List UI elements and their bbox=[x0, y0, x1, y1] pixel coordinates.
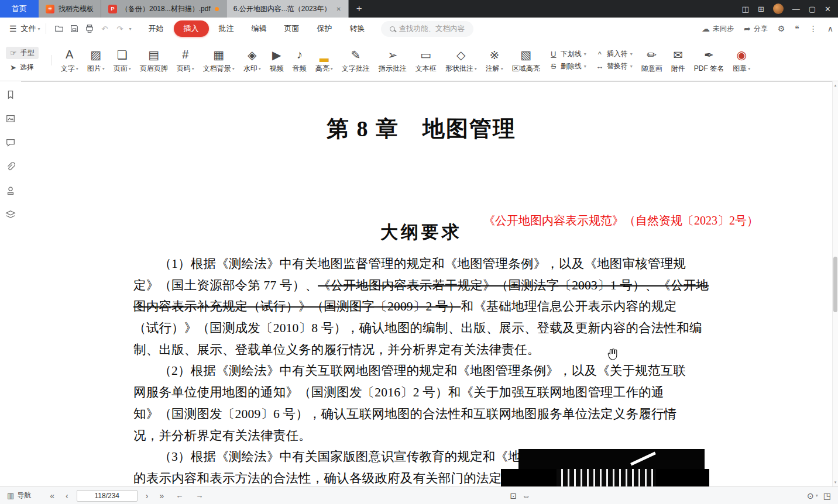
ribbon-small-button[interactable]: ↔替换符▾ bbox=[595, 61, 633, 71]
save-button[interactable] bbox=[67, 21, 82, 36]
ribbon-label: 下划线 bbox=[561, 49, 582, 59]
ribbon-button[interactable]: ◇形状批注▾ bbox=[441, 45, 481, 75]
scroll-up-icon[interactable]: ▴ bbox=[833, 83, 838, 88]
undo-button[interactable]: ↶ bbox=[97, 21, 112, 36]
share-button[interactable]: ➦ 分享 bbox=[744, 24, 768, 34]
ribbon-button[interactable]: ▤页眉页脚 bbox=[136, 45, 172, 75]
ribbon-button[interactable]: ♪音频 bbox=[289, 45, 311, 75]
collapse-ribbon-icon[interactable]: ∧ bbox=[827, 24, 833, 33]
ribbon-button[interactable]: ◈水印▾ bbox=[239, 45, 265, 75]
ribbon-button[interactable]: A文字▾ bbox=[57, 45, 83, 75]
ribbon-button[interactable]: #页码▾ bbox=[173, 45, 198, 75]
ribbon-button[interactable]: ❏页面▾ bbox=[109, 45, 135, 75]
more-options-icon[interactable]: ⋮ bbox=[809, 24, 818, 33]
fit-page-icon[interactable]: ⊡ bbox=[510, 491, 517, 500]
ribbon-icon: U bbox=[549, 50, 558, 58]
restore-button[interactable]: ▢ bbox=[809, 5, 816, 13]
previous-page-button[interactable]: ‹ bbox=[63, 491, 71, 500]
file-menu[interactable]: 文件 bbox=[21, 23, 36, 34]
first-page-button[interactable]: « bbox=[47, 491, 57, 500]
menu-tab[interactable]: 编辑 bbox=[244, 20, 274, 37]
menu-tab[interactable]: 开始 bbox=[141, 20, 171, 37]
ribbon-label: 页眉页脚 bbox=[140, 64, 168, 74]
home-button[interactable]: 首页 bbox=[0, 0, 39, 18]
feedback-icon[interactable]: ❝ bbox=[795, 24, 799, 33]
navigation-icon: ▥ bbox=[7, 491, 14, 500]
view-forward-button[interactable]: → bbox=[192, 491, 207, 500]
full-screen-icon[interactable]: ◳ bbox=[823, 491, 831, 500]
minimize-button[interactable]: — bbox=[792, 5, 800, 13]
document-tab[interactable]: P（备份）2018...材扫描）.pdf bbox=[101, 0, 226, 18]
new-tab-button[interactable]: + bbox=[349, 0, 370, 18]
view-back-button[interactable]: ← bbox=[172, 491, 187, 500]
preview-icon[interactable] bbox=[5, 113, 16, 126]
stamp-icon[interactable] bbox=[5, 185, 16, 198]
document-tab[interactable]: ✳找稻壳模板 bbox=[39, 0, 101, 18]
next-page-button[interactable]: › bbox=[143, 491, 152, 500]
navigation-toggle[interactable]: ▥ 导航 bbox=[7, 491, 31, 500]
menu-tabs: 开始插入批注编辑页面保护转换 bbox=[140, 20, 374, 37]
dropdown-caret-icon: ▾ bbox=[232, 66, 235, 71]
close-button[interactable]: ✕ bbox=[825, 5, 831, 13]
print-button[interactable] bbox=[82, 21, 97, 36]
ribbon-button[interactable]: ✉附件 bbox=[667, 45, 689, 75]
tool-button[interactable]: ➤选择 bbox=[6, 61, 39, 74]
last-page-button[interactable]: » bbox=[156, 491, 167, 500]
bookmark-icon[interactable] bbox=[5, 89, 16, 102]
ribbon-button[interactable]: ▶视频 bbox=[266, 45, 288, 75]
tab-close-icon[interactable]: ✕ bbox=[336, 6, 341, 12]
menu-tab[interactable]: 批注 bbox=[211, 20, 242, 37]
search-placeholder: 查找功能、文档内容 bbox=[399, 24, 465, 34]
app-grid-icon[interactable]: ⊞ bbox=[758, 5, 764, 13]
ribbon-button[interactable]: ✒PDF 签名 bbox=[690, 45, 728, 75]
page-number-input[interactable] bbox=[77, 490, 138, 502]
doc-line: 图内容表示补充规定（试行）》（国测图字〔2009〕2 号）和《基础地理信息公开表… bbox=[133, 296, 709, 317]
sync-status[interactable]: ☁ 未同步 bbox=[702, 24, 734, 34]
ribbon-button[interactable]: ✏随意画 bbox=[637, 45, 667, 75]
ribbon-button[interactable]: ▭文本框 bbox=[411, 45, 441, 75]
navigation-label: 导航 bbox=[17, 491, 31, 500]
scrollbar-thumb[interactable] bbox=[833, 257, 837, 312]
menu-tab[interactable]: 页面 bbox=[277, 20, 307, 37]
ribbon-button[interactable]: ▧区域高亮 bbox=[508, 45, 544, 75]
menu-tab[interactable]: 插入 bbox=[174, 20, 209, 37]
search-box[interactable]: 查找功能、文档内容 bbox=[381, 21, 474, 37]
dropdown-caret-icon: ▾ bbox=[102, 66, 105, 71]
ribbon-label: 音频 bbox=[293, 64, 307, 74]
redo-dropdown-icon[interactable]: ▾ bbox=[129, 26, 132, 32]
window-split-icon[interactable]: ◫ bbox=[742, 5, 749, 13]
scroll-down-icon[interactable]: ▾ bbox=[833, 480, 838, 485]
layers-icon[interactable] bbox=[5, 209, 16, 222]
ribbon-small-button[interactable]: ^插入符▾ bbox=[595, 49, 633, 59]
ribbon-button[interactable]: ▨图片▾ bbox=[83, 45, 109, 75]
ribbon-button[interactable]: ➢指示批注 bbox=[375, 45, 411, 75]
ribbon-button[interactable]: ▦文档背景▾ bbox=[199, 45, 239, 75]
eye-protection-icon[interactable]: ⊙ ▾ bbox=[807, 491, 818, 500]
user-avatar[interactable] bbox=[773, 4, 784, 14]
redo-button[interactable]: ↷ bbox=[112, 21, 128, 36]
unsaved-dot bbox=[215, 7, 219, 11]
menu-tab[interactable]: 保护 bbox=[310, 20, 340, 37]
ribbon-button[interactable]: ※注解▾ bbox=[482, 45, 507, 75]
ribbon-label: 插入符 bbox=[607, 49, 628, 59]
menu-tab[interactable]: 转换 bbox=[342, 20, 373, 37]
tool-button[interactable]: ☞手型 bbox=[6, 47, 39, 59]
hamburger-icon[interactable]: ☰ bbox=[9, 24, 17, 33]
settings-gear-icon[interactable]: ⚙ bbox=[778, 24, 785, 33]
open-file-button[interactable] bbox=[51, 21, 67, 36]
document-tab[interactable]: W6.公开地图内容...范（2023年）✕ bbox=[226, 0, 349, 18]
ribbon-button[interactable]: ▂高亮▾ bbox=[311, 45, 337, 75]
fit-width-icon[interactable]: ⇔ bbox=[522, 491, 530, 500]
attachment-icon[interactable] bbox=[5, 161, 16, 174]
comment-icon[interactable] bbox=[5, 137, 16, 150]
ribbon-button[interactable]: ✎文字批注 bbox=[338, 45, 374, 75]
ribbon-icon: ✎ bbox=[351, 47, 360, 63]
ribbon-small-button[interactable]: S删除线▾ bbox=[549, 61, 586, 71]
doc-line: 知》（国测图发〔2009〕6 号），确认互联网地图的合法性和互联网地图服务单位法… bbox=[133, 403, 709, 425]
document-page[interactable]: 第 8 章 地图管理 《公开地图内容表示规范》（自然资规〔2023〕2号） 大纲… bbox=[21, 81, 832, 486]
ribbon-icon: ▶ bbox=[272, 47, 281, 63]
vertical-scrollbar[interactable]: ▴ ▾ bbox=[832, 81, 838, 486]
ribbon-label: 删除线 bbox=[561, 61, 582, 71]
ribbon-button[interactable]: ◉图章▾ bbox=[729, 45, 754, 75]
ribbon-small-button[interactable]: U下划线▾ bbox=[549, 49, 586, 59]
